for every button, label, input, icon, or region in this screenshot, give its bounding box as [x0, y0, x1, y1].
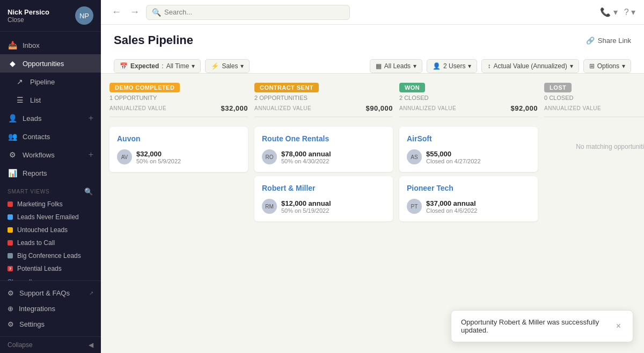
- workflows-add-icon[interactable]: +: [89, 150, 93, 160]
- person-meta: Closed on 4/6/2022: [426, 207, 477, 214]
- sv-dot-icon: [8, 253, 13, 258]
- no-match-text: No matching opportunities: [544, 127, 644, 167]
- sidebar-close-btn[interactable]: Close: [8, 16, 49, 24]
- pipeline-icon: ↗: [15, 77, 25, 87]
- sidebar-item-contacts[interactable]: 👥 Contacts: [0, 127, 101, 146]
- kanban-col-header: WON2 CLOSEDANNUALIZED VALUE$92,000: [399, 82, 538, 123]
- kanban-col-lost: LOST0 CLOSEDANNUALIZED VALUE$0No matchin…: [544, 82, 644, 344]
- smart-view-big-conference[interactable]: Big Conference Leads: [0, 249, 101, 262]
- kanban-status-badge: DEMO COMPLETED: [109, 83, 180, 92]
- users-filter[interactable]: 👤 2 Users ▾: [427, 59, 477, 73]
- page-title-row: Sales Pipeline 🔗 Share Link: [114, 33, 631, 47]
- smart-views-title: SMART VIEWS 🔍: [0, 182, 101, 198]
- support-icon: ⚙: [8, 289, 14, 297]
- search-box: 🔍: [146, 5, 350, 20]
- sidebar-item-reports[interactable]: 📊 Reports: [0, 164, 101, 182]
- kanban-card-title: AirSoft: [407, 134, 530, 143]
- search-input[interactable]: [164, 8, 344, 16]
- expected-filter[interactable]: 📅 Expected: All Time ▾: [114, 59, 201, 73]
- sv-dot-icon: [8, 201, 13, 207]
- person-amount: $12,000 annual: [281, 199, 331, 207]
- kanban-card-airsoft[interactable]: AirSoftAS$55,000Closed on 4/27/2022: [399, 127, 538, 172]
- sidebar-item-support[interactable]: ⚙ Support & FAQs ↗: [0, 285, 101, 301]
- sidebar: Nick Persico Close NP 📥 Inbox ◆ Opportun…: [0, 0, 101, 353]
- search-icon: 🔍: [152, 8, 161, 17]
- sales-filter[interactable]: ⚡ Sales ▾: [205, 59, 250, 73]
- sidebar-item-label: Leads: [23, 114, 83, 123]
- sidebar-footer: ⚙ Support & FAQs ↗ ⊕ Integrations ⚙ Sett…: [0, 280, 101, 336]
- kanban-card-robert-miller[interactable]: Robert & MillerRM$12,000 annual50% on 5/…: [254, 176, 393, 221]
- annualized-label: ANNUALIZED VALUE: [399, 105, 456, 111]
- options-filter[interactable]: ⊞ Options ▾: [583, 59, 631, 73]
- sidebar-item-list[interactable]: ☰ List: [0, 91, 101, 109]
- annualized-label: ANNUALIZED VALUE: [254, 105, 311, 111]
- sidebar-item-opportunities[interactable]: ◆ Opportunities: [0, 54, 101, 73]
- kanban-annualized: ANNUALIZED VALUE$92,000: [399, 104, 538, 117]
- external-link-icon: ↗: [89, 290, 93, 296]
- person-details: $12,000 annual50% on 5/19/2022: [281, 199, 331, 214]
- sidebar-item-integrations[interactable]: ⊕ Integrations: [0, 301, 101, 316]
- toast-message: Opportunity Robert & Miller was successf…: [461, 318, 608, 334]
- kanban-col-demo-completed: DEMO COMPLETED1 OPPORTUNITYANNUALIZED VA…: [109, 82, 248, 344]
- users-icon: 👤: [433, 62, 441, 70]
- opportunities-icon: ◆: [8, 59, 17, 68]
- sv-dot-icon: [8, 214, 13, 220]
- all-leads-filter[interactable]: ▦ All Leads ▾: [370, 59, 422, 73]
- annualized-value: $90,000: [366, 104, 393, 112]
- phone-button[interactable]: 📞 ▾: [600, 7, 617, 17]
- kanban-card-person: RO$78,000 annual50% on 4/30/2022: [262, 149, 385, 164]
- kanban-card-title: Pioneer Tech: [407, 184, 530, 192]
- forward-button[interactable]: →: [128, 4, 142, 20]
- kanban-status-badge: LOST: [544, 83, 572, 92]
- toast-close-button[interactable]: ×: [614, 321, 623, 331]
- sv-label: Leads Never Emailed: [17, 213, 79, 221]
- smart-view-potential-leads[interactable]: 7 Potential Leads: [0, 262, 101, 275]
- leads-add-icon[interactable]: +: [89, 113, 93, 123]
- smart-view-leads-to-call[interactable]: Leads to Call: [0, 236, 101, 249]
- toast-notification: Opportunity Robert & Miller was successf…: [451, 310, 633, 342]
- workflows-icon: ⚙: [8, 150, 17, 160]
- person-details: $37,000 annualClosed on 4/6/2022: [426, 199, 477, 214]
- share-link-button[interactable]: 🔗 Share Link: [586, 37, 631, 45]
- sidebar-username: Nick Persico: [8, 8, 49, 16]
- sidebar-item-inbox[interactable]: 📥 Inbox: [0, 36, 101, 54]
- leads-icon: 👤: [8, 113, 17, 123]
- kanban-sub-label: 2 CLOSED: [399, 95, 538, 101]
- kanban-sub-label: 2 OPPORTUNITIES: [254, 95, 393, 101]
- kanban-annualized: ANNUALIZED VALUE$90,000: [254, 104, 393, 117]
- sidebar-item-pipeline[interactable]: ↗ Pipeline: [0, 73, 101, 91]
- kanban-sub-label: 1 OPPORTUNITY: [109, 95, 248, 101]
- kanban-col-header: CONTRACT SENT2 OPPORTUNITIESANNUALIZED V…: [254, 82, 393, 123]
- main-content: ← → 🔍 📞 ▾ ? ▾ Sales Pipeline 🔗 Share Lin…: [101, 0, 644, 353]
- kanban-card-auvon[interactable]: AuvonAV$32,00050% on 5/9/2022: [109, 127, 248, 172]
- collapse-arrow-icon: ◀: [89, 341, 93, 349]
- sv-label: Marketing Folks: [17, 200, 63, 208]
- sv-dot-icon: [8, 227, 13, 233]
- smart-views-search-icon[interactable]: 🔍: [84, 188, 93, 196]
- sidebar-item-leads[interactable]: 👤 Leads +: [0, 109, 101, 127]
- sidebar-item-workflows[interactable]: ⚙ Workflows +: [0, 146, 101, 164]
- person-details: $78,000 annual50% on 4/30/2022: [281, 150, 331, 164]
- smart-view-leads-never-emailed[interactable]: Leads Never Emailed: [0, 211, 101, 224]
- avatar: RO: [262, 149, 277, 164]
- sidebar-collapse-btn[interactable]: Collapse ◀: [0, 336, 101, 353]
- show-all-btn[interactable]: Show all: [0, 275, 101, 280]
- inbox-icon: 📥: [8, 40, 17, 50]
- sidebar-item-label: Inbox: [23, 41, 93, 49]
- sv-label: Potential Leads: [17, 265, 62, 272]
- page-title: Sales Pipeline: [114, 33, 193, 47]
- smart-view-marketing-folks[interactable]: Marketing Folks: [0, 198, 101, 211]
- kanban-col-header: DEMO COMPLETED1 OPPORTUNITYANNUALIZED VA…: [109, 82, 248, 123]
- person-meta: Closed on 4/27/2022: [426, 158, 481, 164]
- sv-label: Big Conference Leads: [17, 252, 81, 260]
- kanban-card-route-one-rentals[interactable]: Route One RentalsRO$78,000 annual50% on …: [254, 127, 393, 172]
- sidebar-item-settings[interactable]: ⚙ Settings: [0, 316, 101, 332]
- kanban-card-person: PT$37,000 annualClosed on 4/6/2022: [407, 199, 530, 214]
- kanban-card-pioneer-tech[interactable]: Pioneer TechPT$37,000 annualClosed on 4/…: [399, 176, 538, 221]
- integrations-icon: ⊕: [8, 305, 13, 313]
- kanban-col-won: WON2 CLOSEDANNUALIZED VALUE$92,000AirSof…: [399, 82, 538, 344]
- value-filter[interactable]: ↕ Actual Value (Annualized) ▾: [481, 59, 579, 73]
- back-button[interactable]: ←: [109, 4, 123, 20]
- help-button[interactable]: ? ▾: [624, 7, 635, 17]
- smart-view-untouched-leads[interactable]: Untouched Leads: [0, 224, 101, 236]
